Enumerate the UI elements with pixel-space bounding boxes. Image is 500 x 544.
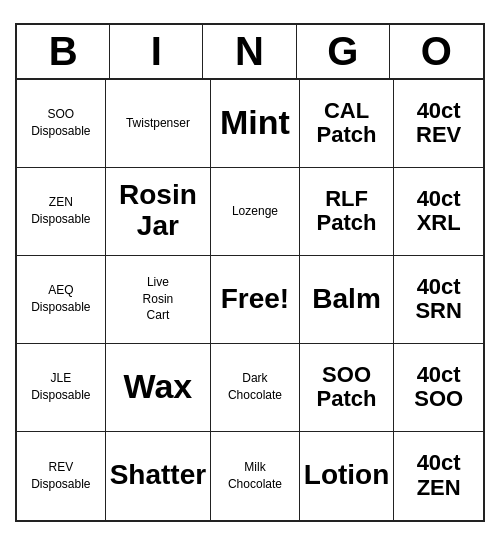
bingo-cell: 40ct XRL bbox=[394, 168, 483, 256]
cell-text: Dark Chocolate bbox=[228, 370, 282, 404]
bingo-cell: 40ct SRN bbox=[394, 256, 483, 344]
cell-text: 40ct SOO bbox=[414, 363, 463, 411]
header-letter: G bbox=[297, 25, 390, 78]
bingo-cell: Lotion bbox=[300, 432, 395, 520]
bingo-cell: Balm bbox=[300, 256, 395, 344]
cell-text: Twistpenser bbox=[126, 115, 190, 132]
bingo-cell: 40ct ZEN bbox=[394, 432, 483, 520]
cell-text: AEQ Disposable bbox=[31, 282, 90, 316]
bingo-cell: Twistpenser bbox=[106, 80, 211, 168]
cell-text: 40ct REV bbox=[416, 99, 461, 147]
bingo-cell: Free! bbox=[211, 256, 300, 344]
bingo-cell: ZEN Disposable bbox=[17, 168, 106, 256]
bingo-card: BINGO SOO DisposableTwistpenserMintCAL P… bbox=[15, 23, 485, 522]
bingo-cell: SOO Disposable bbox=[17, 80, 106, 168]
bingo-cell: Lozenge bbox=[211, 168, 300, 256]
cell-text: Balm bbox=[312, 284, 380, 315]
cell-text: RLF Patch bbox=[317, 187, 377, 235]
bingo-grid: SOO DisposableTwistpenserMintCAL Patch40… bbox=[17, 80, 483, 520]
bingo-cell: JLE Disposable bbox=[17, 344, 106, 432]
bingo-cell: Wax bbox=[106, 344, 211, 432]
cell-text: 40ct SRN bbox=[415, 275, 461, 323]
cell-text: ZEN Disposable bbox=[31, 194, 90, 228]
cell-text: Mint bbox=[220, 105, 290, 141]
cell-text: 40ct ZEN bbox=[417, 451, 461, 499]
cell-text: SOO Patch bbox=[317, 363, 377, 411]
bingo-cell: CAL Patch bbox=[300, 80, 395, 168]
cell-text: Wax bbox=[124, 369, 193, 405]
header-letter: N bbox=[203, 25, 296, 78]
header-letter: O bbox=[390, 25, 483, 78]
header-letter: B bbox=[17, 25, 110, 78]
bingo-cell: REV Disposable bbox=[17, 432, 106, 520]
cell-text: Shatter bbox=[110, 460, 206, 491]
cell-text: Free! bbox=[221, 284, 289, 315]
bingo-cell: Dark Chocolate bbox=[211, 344, 300, 432]
bingo-cell: Milk Chocolate bbox=[211, 432, 300, 520]
header-letter: I bbox=[110, 25, 203, 78]
cell-text: Live Rosin Cart bbox=[143, 274, 174, 324]
cell-text: JLE Disposable bbox=[31, 370, 90, 404]
cell-text: Rosin Jar bbox=[119, 180, 197, 242]
bingo-header: BINGO bbox=[17, 25, 483, 80]
bingo-cell: Rosin Jar bbox=[106, 168, 211, 256]
bingo-cell: 40ct SOO bbox=[394, 344, 483, 432]
bingo-cell: AEQ Disposable bbox=[17, 256, 106, 344]
bingo-cell: SOO Patch bbox=[300, 344, 395, 432]
cell-text: Milk Chocolate bbox=[228, 459, 282, 493]
cell-text: REV Disposable bbox=[31, 459, 90, 493]
bingo-cell: RLF Patch bbox=[300, 168, 395, 256]
cell-text: Lozenge bbox=[232, 203, 278, 220]
bingo-cell: Live Rosin Cart bbox=[106, 256, 211, 344]
bingo-cell: 40ct REV bbox=[394, 80, 483, 168]
cell-text: Lotion bbox=[304, 460, 390, 491]
bingo-cell: Mint bbox=[211, 80, 300, 168]
bingo-cell: Shatter bbox=[106, 432, 211, 520]
cell-text: 40ct XRL bbox=[417, 187, 461, 235]
cell-text: SOO Disposable bbox=[31, 106, 90, 140]
cell-text: CAL Patch bbox=[317, 99, 377, 147]
